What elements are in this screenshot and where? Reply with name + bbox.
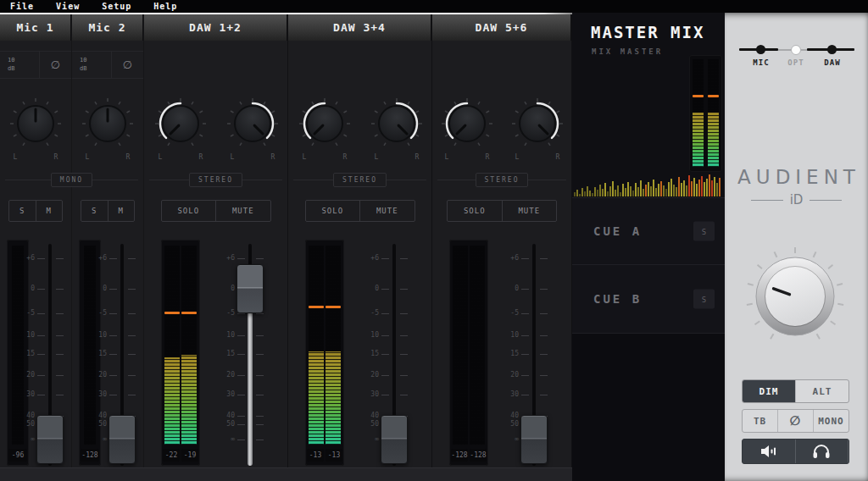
opt-source-dot[interactable] bbox=[791, 45, 801, 55]
solo-button[interactable]: S bbox=[81, 201, 108, 221]
daw-source-dot[interactable] bbox=[827, 45, 837, 54]
fader-tick bbox=[540, 335, 548, 336]
pan-knob[interactable] bbox=[226, 97, 279, 150]
pan-right-label: R bbox=[123, 153, 133, 161]
phase-button[interactable]: ∅ bbox=[778, 410, 814, 432]
pan-knob[interactable] bbox=[298, 97, 351, 150]
phase-invert-button[interactable]: ∅ bbox=[112, 52, 143, 78]
spectrum-bar bbox=[643, 189, 644, 196]
fader-scale-label: 0 bbox=[485, 285, 519, 292]
cue-b-solo-button[interactable]: S bbox=[693, 290, 715, 309]
fader-tick bbox=[128, 375, 136, 376]
meter-bar bbox=[164, 246, 180, 445]
mute-button[interactable]: MUTE bbox=[503, 201, 557, 221]
solo-button[interactable]: S bbox=[9, 201, 36, 221]
spectrum-bar bbox=[640, 180, 642, 196]
spectrum-bar bbox=[650, 186, 652, 196]
mute-button[interactable]: MUTE bbox=[216, 201, 270, 221]
spectrum-bar bbox=[681, 183, 682, 196]
cue-b-row: CUE B S bbox=[572, 264, 725, 333]
spectrum-bar bbox=[711, 180, 713, 196]
solo-button[interactable]: SOLO bbox=[306, 201, 361, 221]
master-spectrum-display bbox=[574, 174, 723, 196]
fader-tick bbox=[56, 354, 64, 355]
fader-scale-label: 40 bbox=[201, 412, 235, 419]
menu-view[interactable]: View bbox=[56, 2, 80, 11]
pan-knob[interactable] bbox=[154, 97, 207, 150]
fader-tick bbox=[37, 289, 45, 290]
pan-left-label: L bbox=[155, 153, 165, 161]
spectrum-bar bbox=[607, 191, 609, 196]
pan-knob[interactable] bbox=[441, 97, 493, 150]
gain-10db-button[interactable]: 10dB bbox=[0, 52, 40, 78]
spectrum-bar bbox=[653, 180, 654, 196]
monitor-volume-knob[interactable] bbox=[738, 240, 852, 353]
fader-scale-label: ∞ bbox=[73, 435, 107, 443]
phase-invert-button[interactable]: ∅ bbox=[40, 52, 71, 78]
gain-10db-button[interactable]: 10dB bbox=[72, 52, 112, 78]
audient-id-mixer-window: File View Setup Help Mic 110dB∅LRSM-96+6… bbox=[0, 0, 868, 481]
spectrum-bar bbox=[673, 185, 675, 196]
channel-title: Mic 2 bbox=[72, 14, 143, 41]
fader-tick bbox=[109, 395, 117, 395]
meter-peak bbox=[309, 306, 324, 308]
mono-button[interactable]: MONO bbox=[814, 410, 849, 432]
fader-tick bbox=[56, 258, 64, 259]
fader-tick bbox=[256, 395, 264, 395]
fader-handle[interactable] bbox=[36, 415, 64, 464]
cue-a-solo-button[interactable]: S bbox=[693, 222, 715, 241]
fader-tick bbox=[237, 416, 245, 417]
speaker-icon bbox=[759, 444, 779, 459]
pan-knob[interactable] bbox=[511, 97, 564, 150]
fader-tick bbox=[256, 335, 264, 336]
fader-tick bbox=[37, 313, 45, 314]
mute-button[interactable]: M bbox=[36, 201, 63, 221]
dim-button[interactable]: DIM bbox=[743, 380, 796, 402]
fader-handle[interactable] bbox=[108, 415, 136, 464]
spectrum-bar bbox=[635, 183, 637, 196]
meter-bar bbox=[708, 59, 719, 167]
menu-setup[interactable]: Setup bbox=[102, 2, 131, 11]
fader-tick bbox=[400, 313, 408, 314]
fader-scale-label: 0 bbox=[201, 285, 235, 292]
gain-label-bottom: dB bbox=[8, 65, 14, 73]
pan-right-label: R bbox=[51, 153, 61, 161]
fader-handle[interactable] bbox=[381, 415, 408, 464]
solo-button[interactable]: SOLO bbox=[162, 201, 217, 221]
mic-option-row: 10dB∅ bbox=[0, 51, 71, 79]
meter-readout: -96 bbox=[8, 449, 27, 462]
spectrum-bar bbox=[599, 185, 601, 196]
mute-button[interactable]: MUTE bbox=[360, 201, 415, 221]
fader-tick bbox=[56, 313, 64, 314]
talkback-button[interactable]: TB bbox=[743, 410, 778, 432]
fader-scale-label: +6 bbox=[73, 254, 107, 262]
pan-right-label: R bbox=[553, 153, 563, 161]
fader-tick bbox=[109, 258, 117, 259]
fader-tick bbox=[56, 289, 64, 290]
mic-source-dot[interactable] bbox=[756, 45, 765, 54]
fader-scale-label: 20 bbox=[345, 371, 379, 379]
tb-phase-mono-group: TB ∅ MONO bbox=[742, 409, 849, 433]
monitor-volume-knob-area bbox=[738, 240, 852, 353]
channel-mode-badge: STEREO bbox=[476, 173, 529, 187]
level-meter: -13-13 bbox=[305, 240, 344, 466]
mute-button[interactable]: M bbox=[108, 201, 135, 221]
meter-readout: -13 bbox=[307, 449, 324, 462]
pan-knob[interactable] bbox=[81, 97, 134, 150]
solo-button[interactable]: SOLO bbox=[448, 201, 503, 221]
speaker-output-button[interactable] bbox=[743, 440, 796, 463]
fader-handle[interactable] bbox=[236, 264, 264, 313]
spectrum-bar bbox=[648, 182, 649, 196]
fader-handle[interactable] bbox=[520, 415, 548, 464]
pan-left-label: L bbox=[227, 153, 237, 161]
headphone-output-button[interactable] bbox=[796, 440, 849, 463]
fader-tick bbox=[237, 258, 245, 259]
pan-knob[interactable] bbox=[9, 97, 62, 150]
fader-scale-label: 20 bbox=[1, 371, 35, 379]
fader-tick bbox=[256, 258, 264, 259]
pan-knob[interactable] bbox=[370, 97, 423, 150]
menu-help[interactable]: Help bbox=[153, 2, 177, 11]
gain-label-top: 10 bbox=[8, 57, 14, 64]
menu-file[interactable]: File bbox=[10, 2, 34, 11]
alt-button[interactable]: ALT bbox=[796, 380, 849, 402]
